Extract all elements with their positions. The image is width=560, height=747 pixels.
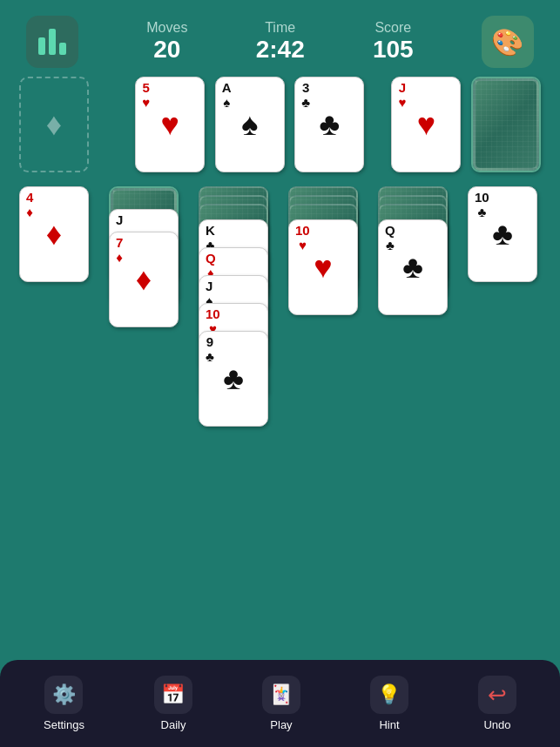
hint-label: Hint	[379, 718, 399, 731]
foundation-2[interactable]: A♠ ♠	[215, 77, 285, 172]
paint-icon: 🎨	[491, 27, 523, 57]
top-row: ♦ 5♥ ♥ A♠ ♠ 3♣ ♣ J♥ ♥	[16, 77, 544, 172]
time-label: Time	[256, 20, 305, 36]
bar-chart-icon	[38, 29, 66, 55]
moves-stat: Moves 20	[146, 20, 187, 64]
card[interactable]: 10♣ ♣	[468, 186, 537, 282]
bottom-navigation: ⚙️ Settings 📅 Daily 🃏 Play 💡 Hint ↩ Undo	[0, 660, 560, 747]
card[interactable]: Q♣ ♣	[378, 219, 448, 315]
tableau-col-3[interactable]: K♣ ♣ Q♦ ♦ J♠ ♠ 10♥ ♥ 9♣ ♣	[199, 186, 272, 500]
hint-icon: 💡	[370, 676, 408, 714]
daily-nav-item[interactable]: 📅 Daily	[154, 676, 192, 731]
settings-icon: ⚙️	[44, 676, 83, 714]
tableau-col-5[interactable]: Q♣ ♣	[378, 186, 451, 387]
card-center-suit: ♣	[319, 106, 340, 143]
settings-nav-item[interactable]: ⚙️ Settings	[44, 676, 84, 731]
settings-label: Settings	[44, 718, 84, 731]
daily-icon: 📅	[154, 676, 192, 714]
card-center-suit: ♥	[160, 106, 179, 143]
card-rank-suit: 3♣	[301, 81, 310, 110]
theme-button[interactable]: 🎨	[482, 16, 534, 68]
foundation-3[interactable]: 3♣ ♣	[294, 77, 364, 172]
game-header: Moves 20 Time 2:42 Score 105 🎨	[0, 0, 560, 77]
deck-pile[interactable]	[471, 77, 541, 172]
card-rank-suit: A♠	[222, 81, 232, 110]
tableau: 4♦ ♦ J♦ ♦ 7♦ ♦ K♣	[16, 183, 544, 500]
score-stat: Score 105	[373, 20, 414, 64]
tableau-col-4[interactable]: 10♥ ♥	[288, 186, 361, 387]
tableau-col-2[interactable]: J♦ ♦ 7♦ ♦	[109, 186, 182, 352]
card[interactable]: 9♣ ♣	[199, 331, 268, 427]
time-value: 2:42	[256, 36, 305, 64]
card[interactable]: 4♦ ♦	[19, 186, 89, 282]
card[interactable]: 10♥ ♥	[288, 219, 358, 315]
card-rank-suit: 5♥	[142, 81, 150, 110]
empty-slot-icon: ♦	[46, 106, 62, 143]
undo-nav-item[interactable]: ↩ Undo	[478, 676, 516, 731]
card-center-suit: ♠	[241, 106, 258, 143]
undo-label: Undo	[483, 718, 510, 731]
game-area: ♦ 5♥ ♥ A♠ ♠ 3♣ ♣ J♥ ♥	[0, 77, 560, 500]
time-stat: Time 2:42	[256, 20, 305, 64]
tableau-col-1[interactable]: 4♦ ♦	[19, 186, 92, 282]
card-back-pattern	[473, 78, 539, 171]
card-center-suit: ♥	[417, 106, 435, 143]
score-label: Score	[373, 20, 414, 36]
play-label: Play	[270, 718, 292, 731]
moves-label: Moves	[146, 20, 187, 36]
play-icon: 🃏	[262, 676, 300, 714]
foundation-1[interactable]: 5♥ ♥	[135, 77, 205, 172]
moves-value: 20	[146, 36, 187, 64]
stats-button[interactable]	[26, 16, 78, 68]
daily-label: Daily	[161, 718, 186, 731]
card-rank-suit: J♥	[398, 81, 406, 110]
card[interactable]: 7♦ ♦	[109, 232, 179, 327]
foundation-4[interactable]: J♥ ♥	[391, 77, 461, 172]
undo-icon: ↩	[478, 676, 516, 714]
hint-nav-item[interactable]: 💡 Hint	[370, 676, 408, 731]
score-value: 105	[373, 36, 414, 64]
stock-pile[interactable]: ♦	[19, 77, 89, 172]
tableau-col-6[interactable]: 10♣ ♣	[468, 186, 541, 282]
play-nav-item[interactable]: 🃏 Play	[262, 676, 300, 731]
